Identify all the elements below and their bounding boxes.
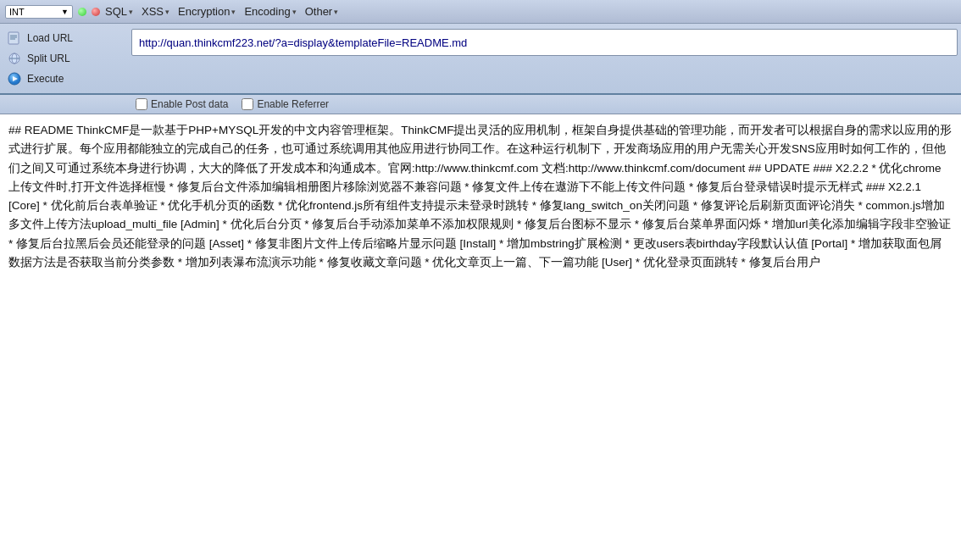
split-url-button[interactable]: Split URL: [3, 49, 128, 68]
status-dot-green: [78, 8, 86, 16]
sql-label: SQL: [105, 5, 127, 18]
enable-referrer-text: Enable Referrer: [257, 98, 329, 110]
xss-label: XSS: [142, 5, 164, 18]
encoding-label: Encoding: [244, 5, 290, 18]
toolbar-menu: SQL▾ XSS▾ Encryption▾ Encoding▾ Other▾: [105, 5, 338, 18]
enable-referrer-checkbox[interactable]: [242, 98, 253, 110]
sql-arrow-icon: ▾: [129, 8, 133, 16]
load-url-button[interactable]: Load URL: [3, 29, 128, 47]
menu-xss[interactable]: XSS▾: [142, 5, 169, 18]
dropdown-arrow-icon: ▼: [61, 8, 69, 16]
encryption-label: Encryption: [178, 5, 230, 18]
execute-button[interactable]: Execute: [3, 69, 128, 88]
load-url-label: Load URL: [27, 32, 73, 44]
load-url-icon: [7, 30, 22, 46]
menu-encryption[interactable]: Encryption▾: [178, 5, 236, 18]
enable-post-checkbox[interactable]: [136, 98, 147, 110]
execute-icon: [7, 71, 22, 86]
left-buttons: Load URL Split URL: [0, 27, 131, 90]
content-area: ## README ThinkCMF是一款基于PHP+MYSQL开发的中文内容管…: [0, 114, 961, 560]
int-selector[interactable]: INT ▼: [5, 5, 73, 19]
url-area: Load URL Split URL: [0, 24, 961, 95]
execute-label: Execute: [27, 73, 64, 85]
menu-encoding[interactable]: Encoding▾: [244, 5, 296, 18]
url-input-area: [131, 27, 961, 90]
menu-other[interactable]: Other▾: [305, 5, 339, 18]
checkbox-row: Enable Post data Enable Referrer: [0, 95, 961, 114]
int-label: INT: [9, 7, 25, 17]
other-label: Other: [305, 5, 333, 18]
split-url-label: Split URL: [27, 53, 70, 64]
encoding-arrow-icon: ▾: [292, 8, 297, 16]
content-text: ## README ThinkCMF是一款基于PHP+MYSQL开发的中文内容管…: [8, 121, 953, 272]
menu-sql[interactable]: SQL▾: [105, 5, 133, 18]
svg-rect-0: [8, 32, 19, 44]
split-url-icon: [7, 51, 22, 66]
toolbar: INT ▼ SQL▾ XSS▾ Encryption▾ Encoding▾ Ot…: [0, 0, 961, 24]
main-layout: INT ▼ SQL▾ XSS▾ Encryption▾ Encoding▾ Ot…: [0, 0, 961, 560]
xss-arrow-icon: ▾: [165, 8, 169, 16]
enable-post-label[interactable]: Enable Post data: [136, 98, 228, 110]
enable-post-text: Enable Post data: [151, 98, 228, 110]
status-dot-red: [92, 8, 100, 16]
encryption-arrow-icon: ▾: [231, 8, 236, 16]
other-arrow-icon: ▾: [334, 8, 338, 16]
url-input[interactable]: [131, 29, 958, 56]
enable-referrer-label[interactable]: Enable Referrer: [242, 98, 329, 110]
